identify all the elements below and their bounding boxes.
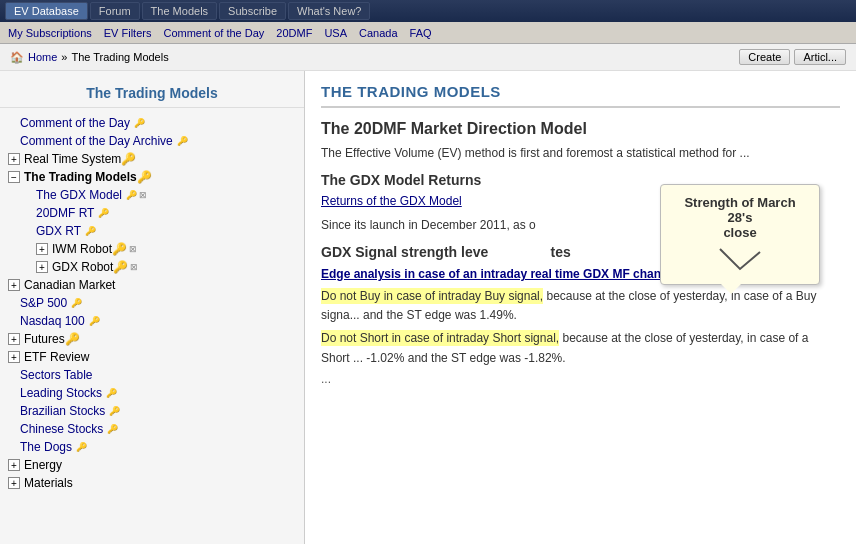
toggle-gdx-robot[interactable]: + <box>36 261 48 273</box>
line2-highlight: Do not Short in case of intraday Short s… <box>321 329 840 367</box>
key-icon-13: 🔑 <box>106 388 117 398</box>
sidebar-item-realtime[interactable]: + Real Time System 🔑 <box>0 150 304 168</box>
secnav-ev-filters[interactable]: EV Filters <box>104 27 152 39</box>
20dmf-rt-label: 20DMF RT <box>36 206 94 220</box>
sidebar-item-futures[interactable]: + Futures 🔑 <box>0 330 304 348</box>
archive-label: Comment of the Day Archive <box>20 134 173 148</box>
materials-label: Materials <box>24 476 73 490</box>
leading-label: Leading Stocks <box>20 386 102 400</box>
line2-yellow: Do not Short in case of intraday Short s… <box>321 330 559 346</box>
secnav-comment-of-day[interactable]: Comment of the Day <box>163 27 264 39</box>
sidebar: The Trading Models Comment of the Day 🔑 … <box>0 71 305 544</box>
top-navbar: EV Database Forum The Models Subscribe W… <box>0 0 856 22</box>
dogs-label: The Dogs <box>20 440 72 454</box>
key-icon-7: 🔑 <box>85 226 96 236</box>
breadcrumb-home[interactable]: Home <box>28 51 57 63</box>
key-icon-3: 🔑 <box>121 152 136 166</box>
sp500-label: S&P 500 <box>20 296 67 310</box>
nav-item-subscribe[interactable]: Subscribe <box>219 2 286 20</box>
toggle-realtime[interactable]: + <box>8 153 20 165</box>
nav-item-models[interactable]: The Models <box>142 2 217 20</box>
sidebar-item-gdx-rt[interactable]: GDX RT 🔑 <box>0 222 304 240</box>
canadian-label: Canadian Market <box>24 278 115 292</box>
sidebar-item-brazilian[interactable]: Brazilian Stocks 🔑 <box>0 402 304 420</box>
main-content: THE TRADING MODELS The 20DMF Market Dire… <box>305 71 856 544</box>
iwm-robot-label: IWM Robot <box>52 242 112 256</box>
secnav-canada[interactable]: Canada <box>359 27 398 39</box>
nav-item-ev-database[interactable]: EV Database <box>5 2 88 20</box>
iwm-icon: ⊠ <box>129 244 137 254</box>
breadcrumb-bar: 🏠 Home » The Trading Models Create Artic… <box>0 44 856 71</box>
nav-item-forum[interactable]: Forum <box>90 2 140 20</box>
main-layout: The Trading Models Comment of the Day 🔑 … <box>0 71 856 544</box>
sidebar-item-20dmf-rt[interactable]: 20DMF RT 🔑 <box>0 204 304 222</box>
edge-analysis-link[interactable]: Edge analysis in case of an intraday rea… <box>321 267 675 281</box>
secnav-my-subscriptions[interactable]: My Subscriptions <box>8 27 92 39</box>
sidebar-item-gdx-model[interactable]: The GDX Model 🔑 ⊠ <box>0 186 304 204</box>
toggle-materials[interactable]: + <box>8 477 20 489</box>
comment-label: Comment of the Day <box>20 116 130 130</box>
key-icon-4: 🔑 <box>137 170 152 184</box>
sidebar-item-nasdaq[interactable]: Nasdaq 100 🔑 <box>0 312 304 330</box>
nav-item-whatsnew[interactable]: What's New? <box>288 2 370 20</box>
article-button[interactable]: Articl... <box>794 49 846 65</box>
secnav-faq[interactable]: FAQ <box>410 27 432 39</box>
key-icon-2: 🔑 <box>177 136 188 146</box>
gdx-model-label: The GDX Model <box>36 188 122 202</box>
toggle-trading-models[interactable]: − <box>8 171 20 183</box>
sidebar-item-materials[interactable]: + Materials <box>0 474 304 492</box>
gdx-icon: ⊠ <box>139 190 147 200</box>
sidebar-item-iwm-robot[interactable]: + IWM Robot 🔑 ⊠ <box>0 240 304 258</box>
sidebar-item-sp500[interactable]: S&P 500 🔑 <box>0 294 304 312</box>
ellipsis: ... <box>321 372 840 386</box>
sidebar-item-etf[interactable]: + ETF Review <box>0 348 304 366</box>
sidebar-item-chinese[interactable]: Chinese Stocks 🔑 <box>0 420 304 438</box>
secondary-navbar: My Subscriptions EV Filters Comment of t… <box>0 22 856 44</box>
callout-arrow-svg <box>710 244 770 274</box>
trading-models-label: The Trading Models <box>24 170 137 184</box>
toggle-iwm[interactable]: + <box>36 243 48 255</box>
sidebar-item-sectors[interactable]: Sectors Table <box>0 366 304 384</box>
key-icon-12: 🔑 <box>65 332 80 346</box>
gdx-robot-icon: ⊠ <box>130 262 138 272</box>
key-icon-11: 🔑 <box>89 316 100 326</box>
sidebar-logo: The Trading Models <box>0 79 304 108</box>
callout-line1: Strength of March 28's <box>675 195 805 225</box>
toggle-canadian[interactable]: + <box>8 279 20 291</box>
secnav-usa[interactable]: USA <box>324 27 347 39</box>
sidebar-item-dogs[interactable]: The Dogs 🔑 <box>0 438 304 456</box>
key-icon-5: 🔑 <box>126 190 137 200</box>
toggle-futures[interactable]: + <box>8 333 20 345</box>
sidebar-item-canadian[interactable]: + Canadian Market <box>0 276 304 294</box>
home-icon: 🏠 <box>10 51 24 64</box>
key-icon-1: 🔑 <box>134 118 145 128</box>
breadcrumb-separator: » <box>61 51 67 63</box>
energy-label: Energy <box>24 458 62 472</box>
line1-highlight: Do not Buy in case of intraday Buy signa… <box>321 287 840 325</box>
sidebar-item-comment-of-day[interactable]: Comment of the Day 🔑 <box>0 114 304 132</box>
sidebar-item-leading[interactable]: Leading Stocks 🔑 <box>0 384 304 402</box>
futures-label: Futures <box>24 332 65 346</box>
key-icon-9: 🔑 <box>113 260 128 274</box>
key-icon-14: 🔑 <box>109 406 120 416</box>
sidebar-item-energy[interactable]: + Energy <box>0 456 304 474</box>
page-title: THE TRADING MODELS <box>321 83 840 108</box>
realtime-label: Real Time System <box>24 152 121 166</box>
section1-heading: The 20DMF Market Direction Model <box>321 120 840 138</box>
create-button[interactable]: Create <box>739 49 790 65</box>
sectors-label: Sectors Table <box>20 368 93 382</box>
callout-tooltip: Strength of March 28's close <box>660 184 820 285</box>
key-icon-10: 🔑 <box>71 298 82 308</box>
secnav-20dmf[interactable]: 20DMF <box>276 27 312 39</box>
brazilian-label: Brazilian Stocks <box>20 404 105 418</box>
sidebar-item-trading-models[interactable]: − The Trading Models 🔑 <box>0 168 304 186</box>
toggle-energy[interactable]: + <box>8 459 20 471</box>
sidebar-item-gdx-robot[interactable]: + GDX Robot 🔑 ⊠ <box>0 258 304 276</box>
chinese-label: Chinese Stocks <box>20 422 103 436</box>
callout-line2: close <box>675 225 805 240</box>
line1-yellow: Do not Buy in case of intraday Buy signa… <box>321 288 543 304</box>
toggle-etf[interactable]: + <box>8 351 20 363</box>
etf-label: ETF Review <box>24 350 89 364</box>
sidebar-item-comment-archive[interactable]: Comment of the Day Archive 🔑 <box>0 132 304 150</box>
key-icon-8: 🔑 <box>112 242 127 256</box>
